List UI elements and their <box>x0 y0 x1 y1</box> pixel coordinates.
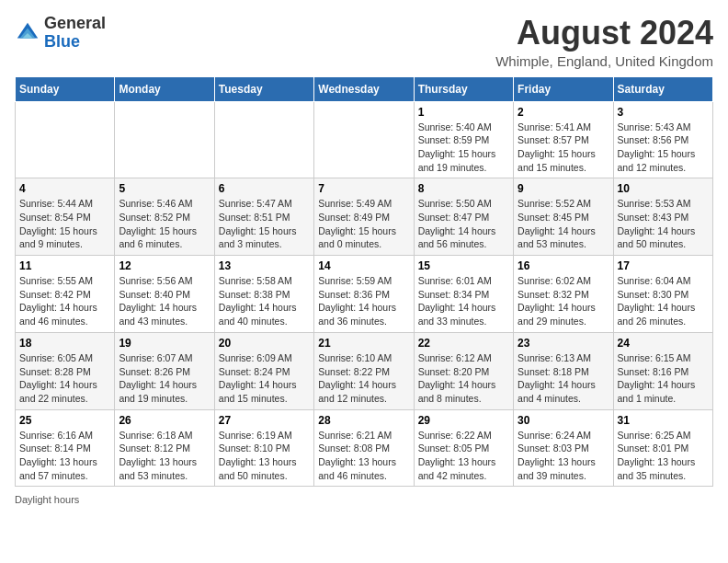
day-number: 31 <box>618 414 709 427</box>
day-info: Sunrise: 5:50 AMSunset: 8:47 PMDaylight:… <box>418 197 509 251</box>
day-cell: 12Sunrise: 5:56 AMSunset: 8:40 PMDayligh… <box>115 256 214 333</box>
day-cell: 15Sunrise: 6:01 AMSunset: 8:34 PMDayligh… <box>414 256 513 333</box>
day-info: Sunrise: 5:40 AMSunset: 8:59 PMDaylight:… <box>418 121 509 175</box>
day-number: 15 <box>418 259 509 272</box>
day-cell: 29Sunrise: 6:22 AMSunset: 8:05 PMDayligh… <box>414 409 513 487</box>
day-info: Sunrise: 6:12 AMSunset: 8:20 PMDaylight:… <box>418 351 509 406</box>
header-day-sunday: Sunday <box>16 76 115 101</box>
day-number: 12 <box>119 259 210 272</box>
day-number: 26 <box>119 414 210 427</box>
day-info: Sunrise: 6:22 AMSunset: 8:05 PMDaylight:… <box>418 429 509 483</box>
day-number: 16 <box>518 259 609 272</box>
day-number: 6 <box>219 182 310 195</box>
day-info: Sunrise: 5:46 AMSunset: 8:52 PMDaylight:… <box>119 197 210 251</box>
header-day-tuesday: Tuesday <box>214 76 313 101</box>
day-info: Sunrise: 5:47 AMSunset: 8:51 PMDaylight:… <box>219 197 310 251</box>
legend: Daylight hours <box>15 494 713 505</box>
day-cell: 3Sunrise: 5:43 AMSunset: 8:56 PMDaylight… <box>613 101 712 178</box>
logo-blue-text: Blue <box>44 32 80 51</box>
day-number: 24 <box>618 337 709 350</box>
week-row-3: 11Sunrise: 5:55 AMSunset: 8:42 PMDayligh… <box>16 256 713 333</box>
day-number: 11 <box>19 259 110 272</box>
day-info: Sunrise: 6:13 AMSunset: 8:18 PMDaylight:… <box>518 351 609 406</box>
header-row: SundayMondayTuesdayWednesdayThursdayFrid… <box>16 76 713 101</box>
day-cell: 25Sunrise: 6:16 AMSunset: 8:14 PMDayligh… <box>16 409 115 487</box>
day-number: 3 <box>618 106 709 119</box>
location-subtitle: Whimple, England, United Kingdom <box>495 53 713 69</box>
day-number: 19 <box>119 337 210 350</box>
day-info: Sunrise: 6:18 AMSunset: 8:12 PMDaylight:… <box>119 429 210 483</box>
day-cell: 10Sunrise: 5:53 AMSunset: 8:43 PMDayligh… <box>613 178 712 256</box>
day-info: Sunrise: 5:44 AMSunset: 8:54 PMDaylight:… <box>19 197 110 251</box>
day-info: Sunrise: 5:49 AMSunset: 8:49 PMDaylight:… <box>318 197 409 251</box>
header-day-friday: Friday <box>514 76 613 101</box>
day-number: 4 <box>19 182 110 195</box>
day-info: Sunrise: 5:55 AMSunset: 8:42 PMDaylight:… <box>19 274 110 328</box>
day-number: 2 <box>518 106 609 119</box>
week-row-5: 25Sunrise: 6:16 AMSunset: 8:14 PMDayligh… <box>16 409 713 487</box>
day-number: 27 <box>219 414 310 427</box>
day-cell: 5Sunrise: 5:46 AMSunset: 8:52 PMDaylight… <box>115 178 214 256</box>
day-info: Sunrise: 6:10 AMSunset: 8:22 PMDaylight:… <box>318 351 409 406</box>
day-number: 14 <box>318 259 409 272</box>
day-info: Sunrise: 6:09 AMSunset: 8:24 PMDaylight:… <box>219 351 310 406</box>
day-info: Sunrise: 6:16 AMSunset: 8:14 PMDaylight:… <box>19 429 110 483</box>
day-number: 30 <box>518 414 609 427</box>
month-year-title: August 2024 <box>495 15 713 52</box>
day-cell: 4Sunrise: 5:44 AMSunset: 8:54 PMDaylight… <box>16 178 115 256</box>
day-info: Sunrise: 6:19 AMSunset: 8:10 PMDaylight:… <box>219 429 310 483</box>
day-number: 23 <box>518 337 609 350</box>
day-info: Sunrise: 6:02 AMSunset: 8:32 PMDaylight:… <box>518 274 609 328</box>
logo-general-text: General <box>44 14 106 32</box>
day-cell <box>214 101 313 178</box>
day-number: 5 <box>119 182 210 195</box>
day-cell <box>314 101 414 178</box>
day-number: 25 <box>19 414 110 427</box>
day-number: 1 <box>418 106 509 119</box>
day-cell: 14Sunrise: 5:59 AMSunset: 8:36 PMDayligh… <box>314 256 414 333</box>
day-info: Sunrise: 6:25 AMSunset: 8:01 PMDaylight:… <box>618 429 709 483</box>
day-number: 22 <box>418 337 509 350</box>
day-number: 20 <box>219 337 310 350</box>
daylight-hours-label: Daylight hours <box>15 494 79 505</box>
day-cell: 19Sunrise: 6:07 AMSunset: 8:26 PMDayligh… <box>115 332 214 409</box>
day-info: Sunrise: 5:59 AMSunset: 8:36 PMDaylight:… <box>318 274 409 328</box>
day-cell: 13Sunrise: 5:58 AMSunset: 8:38 PMDayligh… <box>214 256 313 333</box>
day-cell: 9Sunrise: 5:52 AMSunset: 8:45 PMDaylight… <box>514 178 613 256</box>
header-day-saturday: Saturday <box>613 76 712 101</box>
page-header: General Blue August 2024 Whimple, Englan… <box>15 15 713 69</box>
day-cell: 28Sunrise: 6:21 AMSunset: 8:08 PMDayligh… <box>314 409 414 487</box>
day-info: Sunrise: 6:21 AMSunset: 8:08 PMDaylight:… <box>318 429 409 483</box>
day-cell: 7Sunrise: 5:49 AMSunset: 8:49 PMDaylight… <box>314 178 414 256</box>
day-info: Sunrise: 5:43 AMSunset: 8:56 PMDaylight:… <box>618 121 709 175</box>
header-day-thursday: Thursday <box>414 76 513 101</box>
logo: General Blue <box>15 15 106 52</box>
day-cell: 24Sunrise: 6:15 AMSunset: 8:16 PMDayligh… <box>613 332 712 409</box>
day-info: Sunrise: 6:15 AMSunset: 8:16 PMDaylight:… <box>618 351 709 406</box>
day-info: Sunrise: 5:41 AMSunset: 8:57 PMDaylight:… <box>518 121 609 175</box>
day-cell: 16Sunrise: 6:02 AMSunset: 8:32 PMDayligh… <box>514 256 613 333</box>
day-cell: 30Sunrise: 6:24 AMSunset: 8:03 PMDayligh… <box>514 409 613 487</box>
day-cell: 1Sunrise: 5:40 AMSunset: 8:59 PMDaylight… <box>414 101 513 178</box>
calendar-header: SundayMondayTuesdayWednesdayThursdayFrid… <box>16 76 713 101</box>
day-info: Sunrise: 5:56 AMSunset: 8:40 PMDaylight:… <box>119 274 210 328</box>
day-cell: 23Sunrise: 6:13 AMSunset: 8:18 PMDayligh… <box>514 332 613 409</box>
day-number: 13 <box>219 259 310 272</box>
day-cell: 27Sunrise: 6:19 AMSunset: 8:10 PMDayligh… <box>214 409 313 487</box>
day-number: 8 <box>418 182 509 195</box>
logo-icon <box>15 20 40 46</box>
day-cell: 11Sunrise: 5:55 AMSunset: 8:42 PMDayligh… <box>16 256 115 333</box>
header-day-monday: Monday <box>115 76 214 101</box>
week-row-2: 4Sunrise: 5:44 AMSunset: 8:54 PMDaylight… <box>16 178 713 256</box>
day-number: 7 <box>318 182 409 195</box>
day-cell <box>115 101 214 178</box>
day-cell: 26Sunrise: 6:18 AMSunset: 8:12 PMDayligh… <box>115 409 214 487</box>
logo-text: General Blue <box>44 15 106 52</box>
day-cell: 18Sunrise: 6:05 AMSunset: 8:28 PMDayligh… <box>16 332 115 409</box>
week-row-4: 18Sunrise: 6:05 AMSunset: 8:28 PMDayligh… <box>16 332 713 409</box>
day-number: 28 <box>318 414 409 427</box>
day-number: 18 <box>19 337 110 350</box>
day-info: Sunrise: 6:05 AMSunset: 8:28 PMDaylight:… <box>19 351 110 406</box>
day-cell: 22Sunrise: 6:12 AMSunset: 8:20 PMDayligh… <box>414 332 513 409</box>
day-info: Sunrise: 6:07 AMSunset: 8:26 PMDaylight:… <box>119 351 210 406</box>
